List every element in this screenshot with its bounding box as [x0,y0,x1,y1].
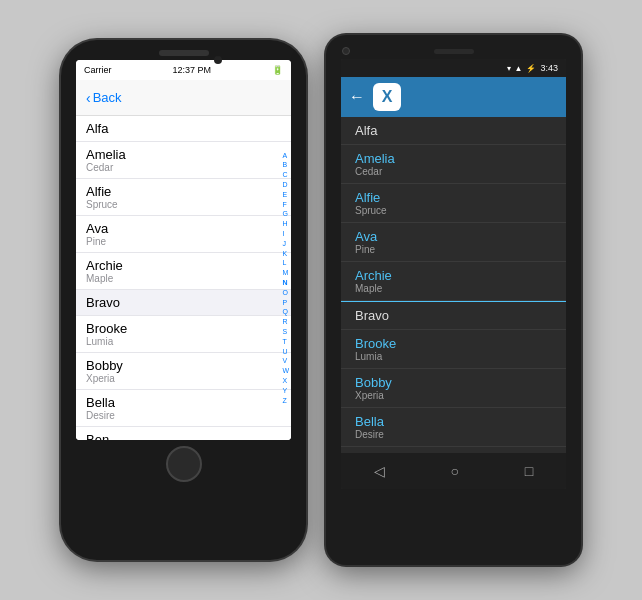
list-item[interactable]: Alfie Spruce [341,184,566,223]
android-status-bar: ▾ ▲ ⚡ 3:43 [341,59,566,77]
item-subtitle: Maple [86,273,281,284]
item-name: Archie [355,268,552,283]
android-camera [342,47,350,55]
list-item[interactable]: Alfie Spruce [76,179,291,216]
android-app-bar: ← X [341,77,566,117]
android-recent-icon[interactable]: □ [525,463,533,479]
android-top-bar [330,43,577,59]
item-subtitle: Pine [355,244,552,255]
item-subtitle: Pine [86,236,281,247]
list-item[interactable]: Bella Desire [341,408,566,447]
ios-nav-bar: ‹ Back [76,80,291,116]
item-subtitle: Spruce [355,205,552,216]
item-name: Ben [86,432,281,440]
item-name: Bella [86,395,281,410]
list-item[interactable]: Archie Maple [341,262,566,301]
item-subtitle: Lumia [355,351,552,362]
item-subtitle: Desire [86,410,281,421]
list-item[interactable]: Bravo [341,302,566,330]
android-sensor [557,47,565,55]
chevron-left-icon: ‹ [86,90,91,106]
item-name: Alfa [86,121,281,136]
item-name: Brooke [86,321,281,336]
item-subtitle: Xperia [355,390,552,401]
item-name: Alfie [355,190,552,205]
list-item[interactable]: Brooke Lumia [76,316,291,353]
item-name: Amelia [86,147,281,162]
android-screen: ▾ ▲ ⚡ 3:43 ← X Alfa Amelia Ced [341,59,566,489]
list-item[interactable]: Bravo [76,290,291,316]
android-speaker [434,49,474,54]
android-back-nav-icon[interactable]: ◁ [374,463,385,479]
ios-phone: Carrier 12:37 PM 🔋 ‹ Back Alfa Amelia [61,40,306,560]
list-item[interactable]: Alfa [341,117,566,145]
ios-camera [214,56,222,64]
item-subtitle: Lumia [86,336,281,347]
android-app-icon-letter: X [382,88,393,106]
item-name: Bravo [86,295,281,310]
scene: Carrier 12:37 PM 🔋 ‹ Back Alfa Amelia [51,25,591,575]
item-subtitle: Cedar [355,166,552,177]
item-name: Amelia [355,151,552,166]
ios-back-button[interactable]: ‹ Back [86,90,122,106]
item-name: Bobby [355,375,552,390]
item-subtitle: Xperia [86,373,281,384]
list-item[interactable]: Ava Pine [76,216,291,253]
list-item[interactable]: Bobby Xperia [341,369,566,408]
item-name: Bobby [86,358,281,373]
alpha-index[interactable]: A B C D E F G H I J K L M N O P Q [282,116,289,440]
ios-time: 12:37 PM [172,65,211,75]
item-subtitle: Maple [355,283,552,294]
list-item[interactable]: Bobby Xperia [76,353,291,390]
android-time: 3:43 [540,63,558,73]
item-name: Bella [355,414,552,429]
list-item[interactable]: Alfa [76,116,291,142]
ios-back-label: Back [93,90,122,105]
item-subtitle: Desire [355,429,552,440]
list-item[interactable]: Brooke Lumia [341,330,566,369]
ios-carrier: Carrier [84,65,112,75]
item-name: Alfie [86,184,281,199]
android-app-icon: X [373,83,401,111]
android-phone: ▾ ▲ ⚡ 3:43 ← X Alfa Amelia Ced [326,35,581,565]
list-item[interactable]: Amelia Cedar [341,145,566,184]
ios-status-bar: Carrier 12:37 PM 🔋 [76,60,291,80]
ios-list: Alfa Amelia Cedar Alfie Spruce Ava Pine … [76,116,291,440]
android-home-icon[interactable]: ○ [451,463,459,479]
android-list: Alfa Amelia Cedar Alfie Spruce Ava Pine … [341,117,566,453]
item-name: Ava [355,229,552,244]
list-item[interactable]: Bella Desire [76,390,291,427]
android-back-icon[interactable]: ← [349,88,365,106]
item-name: Brooke [355,336,552,351]
list-item[interactable]: Archie Maple [76,253,291,290]
android-battery-icon: ⚡ [526,64,536,73]
ios-battery: 🔋 [272,65,283,75]
ios-speaker [159,50,209,56]
item-name: Bravo [355,308,552,323]
list-item[interactable]: Ava Pine [341,223,566,262]
ios-home-button[interactable] [166,446,202,482]
android-wifi-icon: ▲ [515,64,523,73]
list-item[interactable]: Ben Chocolate [76,427,291,440]
list-item[interactable]: Amelia Cedar [76,142,291,179]
item-name: Archie [86,258,281,273]
item-subtitle: Spruce [86,199,281,210]
item-name: Ava [86,221,281,236]
android-nav-bar: ◁ ○ □ [341,453,566,489]
android-signal-icon: ▾ [507,64,511,73]
ios-screen: Carrier 12:37 PM 🔋 ‹ Back Alfa Amelia [76,60,291,440]
item-subtitle: Cedar [86,162,281,173]
item-name: Alfa [355,123,552,138]
